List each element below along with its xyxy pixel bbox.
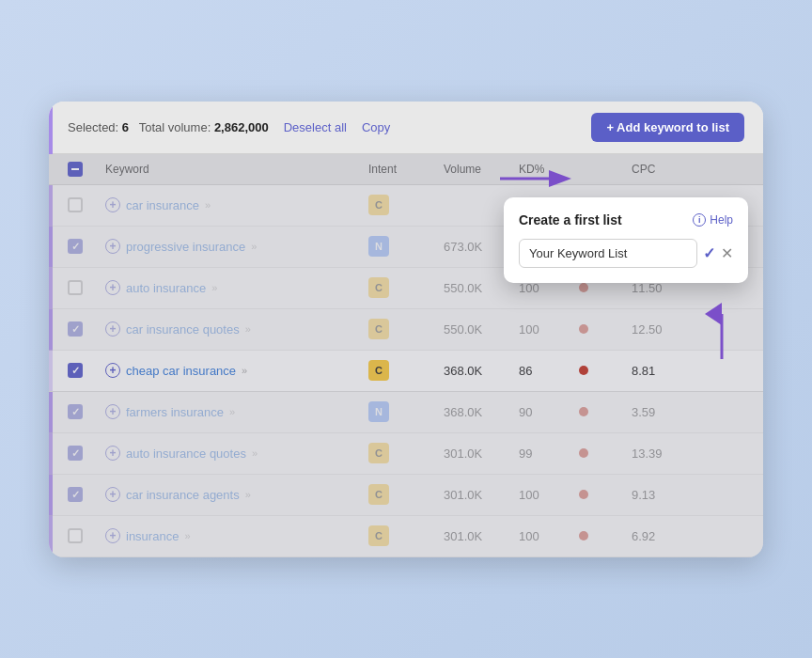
popup-title: Create a first list xyxy=(519,212,622,227)
popup-confirm-button[interactable]: ✓ xyxy=(703,244,715,262)
arrow-to-input xyxy=(703,303,741,368)
keyword-table: Keyword Intent Volume KD% CPC +car insur… xyxy=(49,154,763,557)
arrow-to-add-button xyxy=(491,160,575,197)
popup-input-row: ✓ ✕ xyxy=(519,239,733,268)
toolbar: Selected: 6 Total volume: 2,862,000 Dese… xyxy=(49,102,763,154)
create-list-popup: Create a first list i Help ✓ ✕ xyxy=(504,197,748,283)
popup-help-button[interactable]: i Help xyxy=(693,213,733,227)
list-name-input[interactable] xyxy=(519,239,697,268)
total-volume-label: Total volume: xyxy=(139,120,211,134)
selected-info: Selected: 6 Total volume: 2,862,000 xyxy=(68,120,269,134)
total-volume: 2,862,000 xyxy=(214,120,269,134)
popup-help-label: Help xyxy=(710,213,733,227)
copy-button[interactable]: Copy xyxy=(362,120,390,134)
popup-cancel-button[interactable]: ✕ xyxy=(721,244,733,262)
deselect-all-button[interactable]: Deselect all xyxy=(284,120,347,134)
add-keyword-to-list-button[interactable]: + Add keyword to list xyxy=(591,113,744,142)
selected-count: 6 xyxy=(122,120,129,134)
selected-label: Selected: xyxy=(68,120,118,134)
popup-header: Create a first list i Help xyxy=(519,212,733,227)
info-icon: i xyxy=(693,213,706,227)
main-card: Selected: 6 Total volume: 2,862,000 Dese… xyxy=(49,102,763,557)
